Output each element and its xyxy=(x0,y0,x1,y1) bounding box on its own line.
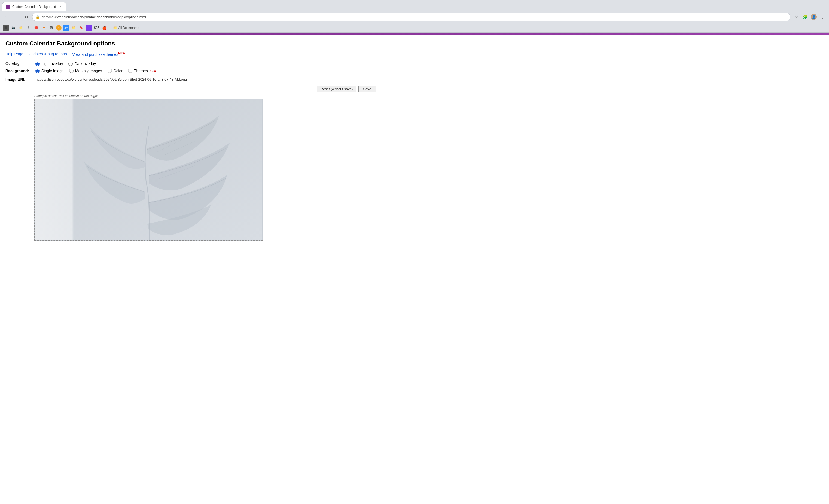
toolbar-icons: ☆ 🧩 👤 ⋮ xyxy=(793,13,826,21)
preview-image xyxy=(35,100,262,240)
bg-themes-radio[interactable] xyxy=(128,69,132,73)
bookmarks-folder-icon: 📁 xyxy=(113,26,117,30)
bookmarks-all[interactable]: 📁 All Bookmarks xyxy=(113,26,139,30)
overlay-label: Overlay: xyxy=(5,62,30,66)
image-url-row: Image URL: xyxy=(5,76,376,83)
browser-chrome: Custom Calendar Background ✕ ← → ↻ 🔒 chr… xyxy=(0,0,829,33)
ext-dollar[interactable]: $35 xyxy=(94,25,100,31)
bookmarks-divider xyxy=(110,25,110,31)
forward-button[interactable]: → xyxy=(12,13,20,21)
ext-apple[interactable]: 🍎 xyxy=(101,25,107,31)
tab-bar: Custom Calendar Background ✕ xyxy=(0,0,829,11)
bg-color-radio[interactable] xyxy=(108,69,112,73)
ext-icon-4[interactable]: ⬇ xyxy=(26,25,32,31)
links-row: Help Page Updates & bug reports View and… xyxy=(5,51,376,57)
ext-icon-6[interactable]: ✚ xyxy=(41,25,47,31)
preview-label: Example of what will be shown on the pag… xyxy=(34,94,376,98)
page-content: Custom Calendar Background options Help … xyxy=(0,35,381,246)
profile-button[interactable]: 👤 xyxy=(810,13,818,21)
background-label: Background: xyxy=(5,69,30,73)
extension-puzzle-button[interactable]: 🧩 xyxy=(801,13,809,21)
help-page-link[interactable]: Help Page xyxy=(5,52,23,56)
background-row: Background: Single Image Monthly Images … xyxy=(5,69,376,73)
bg-color-label: Color xyxy=(114,69,122,73)
bg-monthly-radio[interactable] xyxy=(69,69,74,73)
themes-new-badge: NEW xyxy=(118,51,125,55)
bg-color-option[interactable]: Color xyxy=(108,69,122,73)
address-bar[interactable]: 🔒 chrome-extension://acjecbgflnhmeldadcb… xyxy=(32,12,790,21)
action-buttons: Reset (without save) Save xyxy=(317,85,376,92)
url-display: chrome-extension://acjecbgflnhmeldadcbbl… xyxy=(42,15,787,19)
browser-toolbar: ← → ↻ 🔒 chrome-extension://acjecbgflnhme… xyxy=(0,11,829,23)
star-button[interactable]: ☆ xyxy=(793,13,800,21)
overlay-light-label: Light overlay xyxy=(41,62,63,66)
overlay-light-radio[interactable] xyxy=(35,62,40,66)
overlay-radio-group: Light overlay Dark overlay xyxy=(35,62,96,66)
bg-single-radio[interactable] xyxy=(35,69,40,73)
active-tab[interactable]: Custom Calendar Background ✕ xyxy=(2,2,66,11)
bg-single-label: Single Image xyxy=(41,69,64,73)
overlay-dark-radio[interactable] xyxy=(68,62,73,66)
overlay-row: Overlay: Light overlay Dark overlay xyxy=(5,62,376,66)
ext-icon-10[interactable]: 🔖 xyxy=(78,25,84,31)
svg-rect-1 xyxy=(35,100,127,240)
ext-icon-2[interactable]: 📷 xyxy=(10,25,16,31)
themes-link-wrapper: View and purchase themesNEW xyxy=(72,51,125,57)
reload-button[interactable]: ↻ xyxy=(22,13,30,21)
tab-close-button[interactable]: ✕ xyxy=(58,5,63,9)
ext-icon-7[interactable]: 🖼 xyxy=(48,25,55,31)
tab-favicon xyxy=(6,5,10,9)
bookmarks-label-text: All Bookmarks xyxy=(118,26,139,30)
ext-icon-3[interactable]: 📁 xyxy=(18,25,24,31)
overlay-dark-label: Dark overlay xyxy=(74,62,96,66)
ext-icon-tana[interactable]: T xyxy=(86,25,92,31)
action-buttons-row: Reset (without save) Save xyxy=(5,85,376,92)
bg-monthly-option[interactable]: Monthly Images xyxy=(69,69,102,73)
ext-icon-zm[interactable]: Zm xyxy=(63,25,69,31)
tab-title: Custom Calendar Background xyxy=(12,5,56,9)
lock-icon: 🔒 xyxy=(36,15,40,19)
bg-themes-option[interactable]: ThemesNEW xyxy=(128,69,156,73)
ext-icon-1[interactable]: ⬛ xyxy=(3,25,9,31)
preview-area: Reset (without save) Save Example of wha… xyxy=(5,85,376,241)
bg-monthly-label: Monthly Images xyxy=(75,69,102,73)
image-url-label: Image URL: xyxy=(5,77,30,82)
overlay-dark-option[interactable]: Dark overlay xyxy=(68,62,96,66)
bg-themes-label: Themes xyxy=(134,69,148,73)
ext-icon-5[interactable]: 🔴 xyxy=(33,25,39,31)
updates-link[interactable]: Updates & bug reports xyxy=(29,52,67,56)
extensions-bar: ⬛ 📷 📁 ⬇ 🔴 ✚ 🖼 ● Zm 📁 🔖 T $35 🍎 📁 All Boo… xyxy=(0,23,829,33)
save-button[interactable]: Save xyxy=(358,85,376,92)
ext-icon-9[interactable]: 📁 xyxy=(71,25,77,31)
page-title: Custom Calendar Background options xyxy=(5,40,376,47)
back-button[interactable]: ← xyxy=(3,13,10,21)
preview-box xyxy=(34,99,263,241)
overlay-light-option[interactable]: Light overlay xyxy=(35,62,63,66)
reset-button[interactable]: Reset (without save) xyxy=(317,85,357,92)
background-radio-group: Single Image Monthly Images Color Themes… xyxy=(35,69,156,73)
menu-button[interactable]: ⋮ xyxy=(819,13,826,21)
bg-themes-new-badge: NEW xyxy=(149,69,156,72)
image-url-input[interactable] xyxy=(33,76,376,83)
bg-single-option[interactable]: Single Image xyxy=(35,69,64,73)
ext-icon-8[interactable]: ● xyxy=(56,25,62,31)
themes-link[interactable]: View and purchase themes xyxy=(72,52,118,57)
preview-section: Example of what will be shown on the pag… xyxy=(5,94,376,241)
